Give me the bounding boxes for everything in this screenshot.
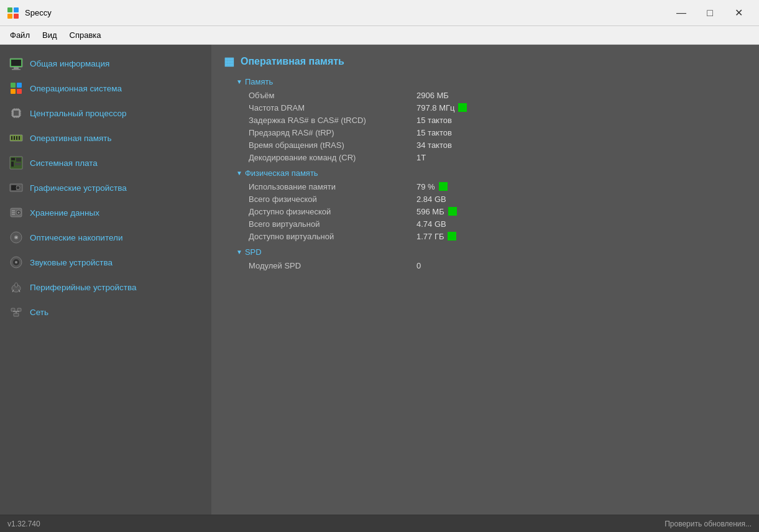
svg-rect-11: [17, 89, 22, 94]
svg-rect-6: [12, 69, 21, 70]
sidebar-icon-general: [9, 56, 24, 71]
sidebar-item-motherboard[interactable]: Системная плата: [0, 150, 211, 175]
content-header: ▦ Оперативная память: [224, 55, 747, 68]
svg-rect-34: [11, 162, 14, 167]
titlebar: Speccy — □ ✕: [0, 0, 759, 26]
svg-rect-9: [17, 83, 22, 88]
svg-rect-28: [14, 136, 15, 140]
svg-point-38: [16, 186, 20, 190]
svg-point-47: [16, 237, 17, 238]
row-label: Время обращения (tRAS): [249, 140, 416, 150]
svg-rect-56: [11, 308, 15, 311]
row-label: Предзаряд RAS# (tRP): [249, 128, 416, 137]
table-row: Время обращения (tRAS)34 тактов: [249, 139, 747, 151]
svg-rect-5: [14, 67, 19, 69]
row-value: 0: [416, 261, 421, 270]
svg-rect-10: [11, 89, 16, 94]
menu-help[interactable]: Справка: [63, 28, 108, 42]
update-link[interactable]: Проверить обновления...: [665, 520, 752, 528]
table-row: Модулей SPD0: [249, 259, 747, 272]
svg-rect-1: [14, 7, 19, 12]
svg-rect-33: [16, 158, 21, 162]
svg-rect-29: [16, 136, 17, 140]
sidebar-item-peripherals[interactable]: Периферийные устройства: [0, 275, 211, 300]
sidebar-item-optical[interactable]: Оптические накопители: [0, 225, 211, 250]
section-label: Физическая память: [245, 168, 318, 178]
sidebar-label-motherboard: Системная плата: [30, 158, 98, 168]
svg-rect-0: [7, 7, 12, 12]
svg-rect-32: [11, 158, 15, 160]
sidebar-item-network[interactable]: Сеть: [0, 300, 211, 324]
svg-rect-37: [11, 185, 16, 190]
status-indicator: [448, 207, 457, 216]
row-label: Объём: [249, 91, 416, 100]
status-indicator: [458, 103, 467, 112]
sidebar-label-os: Операционная система: [30, 84, 122, 93]
svg-rect-35: [15, 163, 21, 165]
svg-rect-2: [7, 14, 12, 19]
collapse-icon: ▼: [236, 78, 242, 85]
sidebar-item-audio[interactable]: Звуковые устройства: [0, 250, 211, 275]
row-value: 15 тактов: [416, 128, 452, 137]
app-icon: [6, 6, 20, 20]
sidebar-item-cpu[interactable]: Центральный процессор: [0, 101, 211, 126]
content-title-text: Оперативная память: [241, 56, 344, 67]
maximize-button[interactable]: □: [696, 4, 724, 22]
collapse-icon: ▼: [236, 170, 242, 177]
sidebar-icon-audio: [9, 255, 24, 270]
section-header-memory[interactable]: ▼ Память: [236, 77, 747, 86]
sidebar-icon-os: [9, 81, 24, 96]
table-row: Задержка RAS# в CAS# (tRCD)15 тактов: [249, 114, 747, 126]
sidebar-label-audio: Звуковые устройства: [30, 258, 113, 267]
sidebar-label-peripherals: Периферийные устройства: [30, 283, 136, 292]
sidebar-item-storage[interactable]: Хранение данных: [0, 200, 211, 225]
sidebar-label-network: Сеть: [30, 308, 48, 317]
menu-file[interactable]: Файл: [4, 28, 36, 42]
row-label: Декодирование команд (CR): [249, 153, 416, 162]
sidebar-icon-network: [9, 305, 24, 319]
sidebar-item-general[interactable]: Общая информация: [0, 51, 211, 76]
svg-rect-8: [11, 83, 16, 88]
status-indicator: [448, 232, 456, 241]
section-label: SPD: [245, 247, 262, 257]
row-label: Задержка RAS# в CAS# (tRCD): [249, 116, 416, 125]
table-row: Использование памяти79 %: [249, 180, 747, 193]
svg-rect-57: [17, 308, 21, 311]
main-area: Общая информацияОперационная системаЦент…: [0, 45, 759, 515]
sidebar-item-ram[interactable]: Оперативная память: [0, 126, 211, 150]
sidebar-item-gpu[interactable]: Графические устройства: [0, 175, 211, 200]
sidebar-label-general: Общая информация: [30, 59, 109, 68]
table-row: Доступно виртуальной1.77 ГБ: [249, 230, 747, 242]
table-row: Предзаряд RAS# (tRP)15 тактов: [249, 126, 747, 139]
row-value: 797.8 МГц: [416, 103, 454, 112]
section-header-spd[interactable]: ▼ SPD: [236, 247, 747, 257]
sidebar-label-gpu: Графические устройства: [30, 183, 127, 193]
table-row: Декодирование команд (CR)1T: [249, 151, 747, 163]
table-row: Всего виртуальной4.74 GB: [249, 218, 747, 230]
row-value: 15 тактов: [416, 116, 452, 125]
sidebar-icon-motherboard: [9, 155, 24, 170]
close-button[interactable]: ✕: [724, 4, 753, 22]
table-row: Частота DRAM797.8 МГц: [249, 101, 747, 114]
sidebar-icon-peripherals: [9, 280, 24, 295]
svg-rect-3: [14, 14, 19, 19]
section-header-physical[interactable]: ▼ Физическая память: [236, 168, 747, 178]
row-label: Всего физической: [249, 195, 416, 204]
menu-view[interactable]: Вид: [36, 28, 63, 42]
svg-rect-55: [14, 313, 19, 316]
table-row: Всего физической2.84 GB: [249, 193, 747, 205]
row-label: Использование памяти: [249, 182, 416, 191]
sidebar-item-os[interactable]: Операционная система: [0, 76, 211, 101]
menubar: Файл Вид Справка: [0, 26, 759, 45]
status-indicator: [439, 182, 448, 191]
row-value: 2906 МБ: [416, 91, 449, 100]
svg-point-50: [15, 261, 17, 264]
row-value: 4.74 GB: [416, 219, 446, 229]
minimize-button[interactable]: —: [667, 4, 696, 22]
sidebar-icon-ram: [9, 131, 24, 145]
svg-rect-52: [15, 283, 17, 287]
data-table-memory: Объём2906 МБЧастота DRAM797.8 МГцЗадержк…: [249, 89, 747, 163]
row-label: Частота DRAM: [249, 103, 416, 112]
sidebar-icon-storage: [9, 205, 24, 220]
row-value: 1T: [416, 153, 426, 162]
